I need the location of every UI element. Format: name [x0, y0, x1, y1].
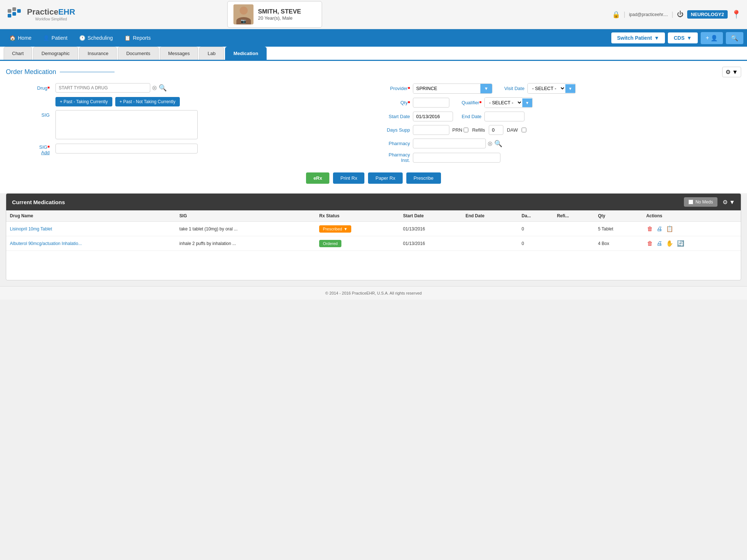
pharmacy-search-button[interactable]: 🔍 — [494, 140, 502, 148]
past-taking-button[interactable]: + Past - Taking Currently — [55, 97, 112, 106]
tab-messages[interactable]: Messages — [160, 47, 198, 60]
start-date-input[interactable] — [413, 112, 453, 121]
nav-home[interactable]: 🏠 Home — [4, 29, 37, 47]
meds-settings-button[interactable]: ⚙ ▼ — [723, 199, 735, 206]
drug-link-1[interactable]: Lisinopril 10mg Tablet — [10, 226, 52, 232]
days-supp-label: Days Supp — [377, 127, 410, 133]
med-end-2 — [462, 236, 518, 251]
sig-add-row: SIG■ Add — [6, 144, 370, 155]
no-meds-button[interactable]: No Meds — [684, 197, 717, 207]
info-med-1-button[interactable]: 📋 — [665, 225, 674, 233]
order-med-title-row: Order Medication — [6, 68, 115, 76]
qualifier-select[interactable]: - SELECT - — [485, 98, 522, 108]
erx-button[interactable]: eRx — [306, 172, 329, 184]
end-date-input[interactable] — [484, 112, 525, 121]
current-meds-header: Current Medications No Meds ⚙ ▼ — [6, 194, 741, 210]
sig-label: SIG — [6, 110, 50, 118]
pharmacy-inst-input[interactable] — [413, 153, 500, 163]
pharmacy-inst-label: Pharmacy Inst. — [377, 152, 410, 163]
days-supp-input[interactable] — [413, 125, 449, 135]
drug-input[interactable] — [55, 83, 150, 93]
print-rx-button[interactable]: Print Rx — [333, 172, 364, 184]
print-med-1-button[interactable]: 🖨 — [656, 225, 663, 233]
provider-input-group: ▼ — [413, 83, 492, 94]
qty-label: Qty■ — [377, 100, 410, 105]
switch-patient-button[interactable]: Switch Patient ▼ — [611, 32, 665, 43]
print-rx-label: Print Rx — [340, 175, 357, 181]
tab-demographic-label: Demographic — [42, 51, 70, 56]
drug-search-button[interactable]: 🔍 — [159, 84, 167, 92]
camera-icon[interactable]: 📷 — [241, 19, 246, 24]
switch-patient-arrow-icon: ▼ — [654, 35, 659, 41]
action-icons-1: 🗑 🖨 📋 — [646, 225, 737, 233]
sig-textarea[interactable] — [55, 110, 198, 139]
nav-reports-label: Reports — [133, 35, 151, 41]
refresh-med-2-button[interactable]: 🔄 — [676, 239, 685, 248]
meds-settings-arrow-icon: ▼ — [729, 199, 735, 205]
status-prescribed-button-1[interactable]: Prescribed ▼ — [319, 225, 351, 233]
tab-lab[interactable]: Lab — [199, 47, 224, 60]
switch-patient-label: Switch Patient — [617, 35, 652, 41]
current-meds-section: Current Medications No Meds ⚙ ▼ Drug Nam… — [6, 193, 741, 280]
qty-input[interactable] — [413, 98, 449, 108]
tab-insurance-label: Insurance — [88, 51, 108, 56]
cds-label: CDS — [674, 35, 685, 41]
status-ordered-button-2[interactable]: Ordered — [319, 240, 341, 247]
user-icon: 👤 — [711, 35, 718, 42]
sig-add-link[interactable]: Add — [6, 150, 50, 155]
cds-arrow-icon: ▼ — [687, 35, 692, 41]
home-icon: 🏠 — [9, 35, 16, 41]
patient-card: 📷 SMITH, STEVE 20 Year(s), Male — [227, 1, 322, 28]
clear-icon: ⊗ — [152, 84, 157, 92]
patient-details: 20 Year(s), Male — [258, 15, 301, 21]
prn-refills-group: PRN Refills DAW — [452, 125, 526, 135]
prn-text-label: PRN — [452, 127, 462, 133]
location-pin-icon[interactable]: 📍 — [731, 10, 741, 19]
past-not-taking-button[interactable]: + Past - Not Taking Currently — [115, 97, 180, 106]
nav-home-label: Home — [18, 35, 31, 41]
tab-insurance[interactable]: Insurance — [79, 47, 117, 60]
top-header: PracticeEHR Workflow Simplified 📷 SMITH,… — [0, 0, 747, 29]
visit-date-select[interactable]: - SELECT - — [528, 83, 565, 93]
svg-rect-1 — [12, 7, 16, 11]
logo-subtitle: Workflow Simplified — [27, 17, 75, 22]
med-actions-1: 🗑 🖨 📋 — [643, 222, 741, 236]
nav-reports[interactable]: 📋 Reports — [119, 29, 156, 47]
tab-documents[interactable]: Documents — [118, 47, 159, 60]
sig-add-input[interactable] — [55, 144, 198, 153]
date-row: Start Date End Date — [377, 112, 741, 121]
med-drug-name-2: Albuterol 90mcg/actuation Inhalatio... — [6, 236, 176, 251]
tab-medication[interactable]: Medication — [225, 47, 267, 60]
cds-button[interactable]: CDS ▼ — [668, 32, 697, 43]
pharmacy-clear-button[interactable]: ⊗ — [487, 140, 493, 148]
power-icon[interactable]: ⏻ — [677, 11, 684, 18]
svg-rect-2 — [8, 14, 11, 18]
hand-med-2-button[interactable]: ✋ — [665, 239, 674, 248]
refills-input[interactable] — [489, 125, 503, 135]
tab-chart[interactable]: Chart — [4, 47, 32, 60]
med-qty-2: 4 Box — [595, 236, 643, 251]
search-nav-button[interactable]: 🔍 — [726, 32, 743, 44]
nav-patient[interactable]: 👤 Patient — [37, 29, 73, 47]
tab-demographic[interactable]: Demographic — [33, 47, 78, 60]
print-med-2-button[interactable]: 🖨 — [656, 240, 663, 248]
med-start-1: 01/13/2016 — [399, 222, 462, 236]
paper-rx-button[interactable]: Paper Rx — [368, 172, 402, 184]
order-settings-button[interactable]: ⚙ ▼ — [722, 67, 741, 77]
provider-dropdown-button[interactable]: ▼ — [480, 84, 492, 93]
delete-med-1-button[interactable]: 🗑 — [646, 225, 654, 233]
prn-checkbox[interactable] — [464, 128, 468, 132]
add-user-button[interactable]: + 👤 — [701, 32, 723, 44]
nav-scheduling[interactable]: 🕐 Scheduling — [73, 29, 119, 47]
delete-med-2-button[interactable]: 🗑 — [646, 240, 654, 248]
med-sig-1: take 1 tablet (10mg) by oral ... — [176, 222, 316, 236]
provider-input[interactable] — [413, 84, 480, 93]
pharmacy-input[interactable] — [413, 139, 486, 148]
drug-clear-button[interactable]: ⊗ — [152, 84, 157, 92]
med-qty-1: 5 Tablet — [595, 222, 643, 236]
header-separator-1: | — [624, 11, 626, 18]
prescribe-button[interactable]: Prescribe — [406, 172, 441, 184]
drug-link-2[interactable]: Albuterol 90mcg/actuation Inhalatio... — [10, 241, 82, 246]
daw-checkbox[interactable] — [522, 128, 526, 132]
no-meds-checkbox[interactable] — [688, 199, 693, 205]
